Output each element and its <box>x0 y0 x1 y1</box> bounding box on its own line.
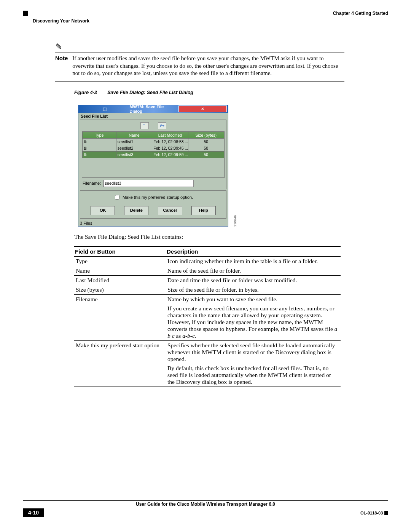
table-row[interactable]: 🗎 seedlist1 Feb 12, 02:08:53 ... 50 <box>83 138 224 145</box>
footer: User Guide for the Cisco Mobile Wireless… <box>23 500 388 517</box>
field-cell: Filename <box>74 294 166 340</box>
filename-input[interactable] <box>103 180 194 187</box>
dialog-screenshot: ⬚ MWTM: Save File Dialog × Seed File Lis… <box>78 105 344 227</box>
figure-caption: Figure 4-3 Save File Dialog: Seed File L… <box>74 90 344 95</box>
file-icon: 🗎 <box>83 146 88 150</box>
header-decor-square <box>23 11 28 16</box>
desc-cell: Specifies whether the selected seed file… <box>166 340 341 364</box>
filename-label: Filename: <box>83 181 101 185</box>
field-cell: Type <box>74 256 166 266</box>
delete-button[interactable]: Delete <box>124 206 148 215</box>
dialog-title: MWTM: Save File Dialog <box>129 104 177 113</box>
footer-decor-square <box>384 511 388 515</box>
desc-cell: Name of the seed file or folder. <box>166 266 341 275</box>
note-text: If another user modifies and saves the s… <box>72 55 344 77</box>
desc-cell: Name by which you want to save the seed … <box>166 294 341 304</box>
toolbar: 🗀 🗁 <box>80 121 226 131</box>
field-cell: Make this my preferred start option <box>74 340 166 387</box>
folder-open-icon[interactable]: 🗁 <box>158 122 166 129</box>
file-icon: 🗎 <box>83 139 88 144</box>
col-type[interactable]: Type <box>83 132 116 138</box>
preferred-startup-checkbox[interactable] <box>115 195 119 200</box>
header-section: Discovering Your Network <box>33 18 89 24</box>
header-rule <box>55 17 388 17</box>
desc-cell: Icon indicating whether the item in the … <box>166 256 341 266</box>
desc-cell: Date and time the seed file or folder wa… <box>166 275 341 285</box>
folder-up-icon[interactable]: 🗀 <box>140 122 149 129</box>
header-chapter: Chapter 4 Getting Started <box>333 11 388 16</box>
col-name[interactable]: Name <box>116 132 152 138</box>
help-button[interactable]: Help <box>191 206 216 215</box>
app-icon: ⬚ <box>81 106 128 112</box>
desc-cell: By default, this check box is unchecked … <box>166 364 341 387</box>
field-cell: Name <box>74 266 166 275</box>
desc-cell: Size of the seed file or folder, in byte… <box>166 285 341 294</box>
page-number: 4-10 <box>23 508 44 517</box>
file-icon: 🗎 <box>83 152 88 157</box>
th-field: Field or Button <box>74 246 166 257</box>
col-lastmod[interactable]: Last Modified <box>152 132 188 138</box>
description-table: Field or Button Description Type Icon in… <box>74 246 341 387</box>
intro-sentence: The Save File Dialog: Seed File List con… <box>74 233 344 240</box>
figure-title: Save File Dialog: Seed File List Dialog <box>107 90 193 95</box>
figure-number: Figure 4-3 <box>74 90 97 95</box>
table-row[interactable]: 🗎 seedlist2 Feb 12, 02:09:45 ... 50 <box>83 145 224 151</box>
footer-title: User Guide for the Cisco Mobile Wireless… <box>23 502 388 507</box>
note-label: Note <box>55 55 68 77</box>
pencil-icon: ✎ <box>55 42 344 53</box>
field-cell: Size (bytes) <box>74 285 166 294</box>
status-bar: 3 Files <box>78 220 228 226</box>
th-desc: Description <box>166 246 341 257</box>
ok-button[interactable]: OK <box>91 206 115 215</box>
note-block: ✎ Note If another user modifies and save… <box>55 42 344 81</box>
col-size[interactable]: Size (bytes) <box>188 132 224 138</box>
table-row-selected[interactable]: 🗎 seedlist3 Feb 12, 02:09:59 ... 50 <box>83 151 224 158</box>
image-id: 210646 <box>233 215 237 226</box>
desc-cell: If you create a new seed filename, you c… <box>166 304 341 341</box>
dialog-subtitle: Seed File List <box>81 114 226 118</box>
file-grid[interactable]: Type Name Last Modified Size (bytes) 🗎 s… <box>82 131 225 178</box>
doc-number: OL-9118-03 <box>360 511 383 515</box>
close-icon[interactable]: × <box>178 105 227 112</box>
page: Chapter 4 Getting Started Discovering Yo… <box>0 0 411 532</box>
cancel-button[interactable]: Cancel <box>158 206 182 215</box>
dialog-titlebar: ⬚ MWTM: Save File Dialog × <box>78 105 228 113</box>
preferred-startup-label: Make this my preferred startup option. <box>123 195 193 200</box>
field-cell: Last Modified <box>74 275 166 285</box>
